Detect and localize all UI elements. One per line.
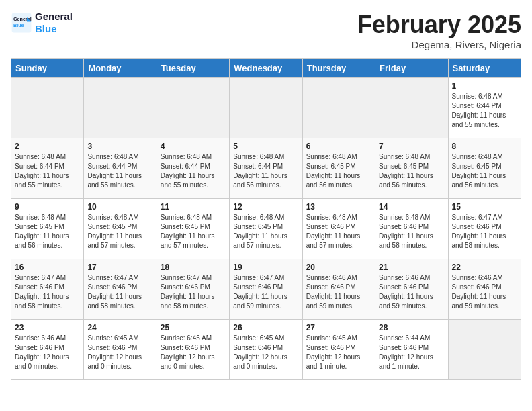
calendar-cell xyxy=(230,78,302,138)
calendar-cell: 19Sunrise: 6:47 AM Sunset: 6:46 PM Dayli… xyxy=(230,259,302,320)
day-number: 22 xyxy=(452,263,517,272)
calendar-cell: 7Sunrise: 6:48 AM Sunset: 6:45 PM Daylig… xyxy=(375,138,448,199)
calendar-cell: 20Sunrise: 6:46 AM Sunset: 6:46 PM Dayli… xyxy=(302,259,375,320)
calendar-week-row: 2Sunrise: 6:48 AM Sunset: 6:44 PM Daylig… xyxy=(11,138,521,199)
calendar-cell: 6Sunrise: 6:48 AM Sunset: 6:45 PM Daylig… xyxy=(302,138,375,199)
day-number: 7 xyxy=(379,142,444,151)
calendar-cell: 13Sunrise: 6:48 AM Sunset: 6:46 PM Dayli… xyxy=(302,199,375,259)
logo-blue: Blue xyxy=(35,23,73,35)
day-number: 6 xyxy=(306,142,371,151)
day-info: Sunrise: 6:47 AM Sunset: 6:46 PM Dayligh… xyxy=(161,273,226,311)
calendar-cell: 22Sunrise: 6:46 AM Sunset: 6:46 PM Dayli… xyxy=(448,259,521,320)
day-number: 17 xyxy=(87,263,152,272)
day-number: 25 xyxy=(161,323,226,332)
calendar-cell: 1Sunrise: 6:48 AM Sunset: 6:44 PM Daylig… xyxy=(448,78,521,138)
day-number: 13 xyxy=(306,202,371,212)
day-info: Sunrise: 6:48 AM Sunset: 6:44 PM Dayligh… xyxy=(161,152,226,190)
day-info: Sunrise: 6:47 AM Sunset: 6:46 PM Dayligh… xyxy=(87,273,152,311)
day-info: Sunrise: 6:45 AM Sunset: 6:46 PM Dayligh… xyxy=(306,334,371,371)
calendar-cell: 11Sunrise: 6:48 AM Sunset: 6:45 PM Dayli… xyxy=(157,199,229,259)
day-info: Sunrise: 6:46 AM Sunset: 6:46 PM Dayligh… xyxy=(379,273,444,311)
day-number: 20 xyxy=(306,263,371,272)
day-number: 24 xyxy=(87,323,152,332)
day-number: 9 xyxy=(15,202,80,212)
day-number: 3 xyxy=(87,142,152,151)
day-info: Sunrise: 6:48 AM Sunset: 6:45 PM Dayligh… xyxy=(452,152,517,190)
calendar-cell: 8Sunrise: 6:48 AM Sunset: 6:45 PM Daylig… xyxy=(448,138,521,199)
day-number: 15 xyxy=(452,202,517,212)
calendar-cell: 17Sunrise: 6:47 AM Sunset: 6:46 PM Dayli… xyxy=(84,259,157,320)
day-info: Sunrise: 6:47 AM Sunset: 6:46 PM Dayligh… xyxy=(15,273,80,311)
calendar-cell: 18Sunrise: 6:47 AM Sunset: 6:46 PM Dayli… xyxy=(157,259,229,320)
calendar-cell: 9Sunrise: 6:48 AM Sunset: 6:45 PM Daylig… xyxy=(11,199,84,259)
calendar-cell: 4Sunrise: 6:48 AM Sunset: 6:44 PM Daylig… xyxy=(157,138,229,199)
column-header-saturday: Saturday xyxy=(448,59,521,78)
day-number: 23 xyxy=(15,323,80,332)
day-number: 12 xyxy=(233,202,298,212)
day-info: Sunrise: 6:48 AM Sunset: 6:44 PM Dayligh… xyxy=(87,152,152,190)
calendar-cell: 12Sunrise: 6:48 AM Sunset: 6:45 PM Dayli… xyxy=(230,199,302,259)
calendar-week-row: 9Sunrise: 6:48 AM Sunset: 6:45 PM Daylig… xyxy=(11,199,521,259)
day-info: Sunrise: 6:48 AM Sunset: 6:44 PM Dayligh… xyxy=(452,92,517,130)
column-header-friday: Friday xyxy=(375,59,448,78)
column-header-wednesday: Wednesday xyxy=(230,59,302,78)
day-info: Sunrise: 6:45 AM Sunset: 6:46 PM Dayligh… xyxy=(233,334,298,371)
logo-general: General xyxy=(35,11,73,23)
day-number: 28 xyxy=(379,323,444,332)
column-header-thursday: Thursday xyxy=(302,59,375,78)
calendar-cell xyxy=(11,78,84,138)
day-info: Sunrise: 6:47 AM Sunset: 6:46 PM Dayligh… xyxy=(233,273,298,311)
day-number: 21 xyxy=(379,263,444,272)
day-info: Sunrise: 6:48 AM Sunset: 6:46 PM Dayligh… xyxy=(379,213,444,250)
calendar-cell: 23Sunrise: 6:46 AM Sunset: 6:46 PM Dayli… xyxy=(11,320,84,380)
day-number: 14 xyxy=(379,202,444,212)
calendar-cell: 27Sunrise: 6:45 AM Sunset: 6:46 PM Dayli… xyxy=(302,320,375,380)
day-info: Sunrise: 6:46 AM Sunset: 6:46 PM Dayligh… xyxy=(452,273,517,311)
calendar-header-row: SundayMondayTuesdayWednesdayThursdayFrid… xyxy=(11,59,521,78)
calendar-cell: 2Sunrise: 6:48 AM Sunset: 6:44 PM Daylig… xyxy=(11,138,84,199)
calendar-cell: 15Sunrise: 6:47 AM Sunset: 6:46 PM Dayli… xyxy=(448,199,521,259)
page-header: General Blue General Blue February 2025 … xyxy=(11,11,521,50)
day-info: Sunrise: 6:48 AM Sunset: 6:45 PM Dayligh… xyxy=(15,213,80,250)
day-number: 11 xyxy=(161,202,226,212)
calendar-week-row: 1Sunrise: 6:48 AM Sunset: 6:44 PM Daylig… xyxy=(11,78,521,138)
calendar-cell: 16Sunrise: 6:47 AM Sunset: 6:46 PM Dayli… xyxy=(11,259,84,320)
day-info: Sunrise: 6:46 AM Sunset: 6:46 PM Dayligh… xyxy=(306,273,371,311)
day-info: Sunrise: 6:47 AM Sunset: 6:46 PM Dayligh… xyxy=(452,213,517,250)
day-info: Sunrise: 6:48 AM Sunset: 6:46 PM Dayligh… xyxy=(306,213,371,250)
column-header-sunday: Sunday xyxy=(11,59,84,78)
day-number: 16 xyxy=(15,263,80,272)
location: Degema, Rivers, Nigeria xyxy=(357,39,521,50)
month-title: February 2025 xyxy=(357,11,521,39)
logo: General Blue General Blue xyxy=(11,11,73,35)
calendar-cell: 3Sunrise: 6:48 AM Sunset: 6:44 PM Daylig… xyxy=(84,138,157,199)
calendar-cell xyxy=(448,320,521,380)
calendar-week-row: 23Sunrise: 6:46 AM Sunset: 6:46 PM Dayli… xyxy=(11,320,521,380)
calendar-table: SundayMondayTuesdayWednesdayThursdayFrid… xyxy=(11,58,521,380)
day-info: Sunrise: 6:48 AM Sunset: 6:45 PM Dayligh… xyxy=(306,152,371,190)
svg-text:Blue: Blue xyxy=(13,22,24,28)
calendar-cell: 28Sunrise: 6:44 AM Sunset: 6:46 PM Dayli… xyxy=(375,320,448,380)
day-number: 8 xyxy=(452,142,517,151)
column-header-monday: Monday xyxy=(84,59,157,78)
day-number: 26 xyxy=(233,323,298,332)
day-info: Sunrise: 6:48 AM Sunset: 6:44 PM Dayligh… xyxy=(233,152,298,190)
day-info: Sunrise: 6:45 AM Sunset: 6:46 PM Dayligh… xyxy=(161,334,226,371)
day-number: 1 xyxy=(452,81,517,91)
day-info: Sunrise: 6:48 AM Sunset: 6:44 PM Dayligh… xyxy=(15,152,80,190)
calendar-cell xyxy=(157,78,229,138)
calendar-cell xyxy=(302,78,375,138)
calendar-cell: 5Sunrise: 6:48 AM Sunset: 6:44 PM Daylig… xyxy=(230,138,302,199)
calendar-cell xyxy=(375,78,448,138)
day-number: 5 xyxy=(233,142,298,151)
calendar-cell: 24Sunrise: 6:45 AM Sunset: 6:46 PM Dayli… xyxy=(84,320,157,380)
calendar-cell: 21Sunrise: 6:46 AM Sunset: 6:46 PM Dayli… xyxy=(375,259,448,320)
day-number: 2 xyxy=(15,142,80,151)
title-block: February 2025 Degema, Rivers, Nigeria xyxy=(357,11,521,50)
day-info: Sunrise: 6:48 AM Sunset: 6:45 PM Dayligh… xyxy=(379,152,444,190)
day-info: Sunrise: 6:44 AM Sunset: 6:46 PM Dayligh… xyxy=(379,334,444,371)
day-number: 4 xyxy=(161,142,226,151)
day-info: Sunrise: 6:48 AM Sunset: 6:45 PM Dayligh… xyxy=(87,213,152,250)
day-info: Sunrise: 6:45 AM Sunset: 6:46 PM Dayligh… xyxy=(87,334,152,371)
calendar-cell: 14Sunrise: 6:48 AM Sunset: 6:46 PM Dayli… xyxy=(375,199,448,259)
